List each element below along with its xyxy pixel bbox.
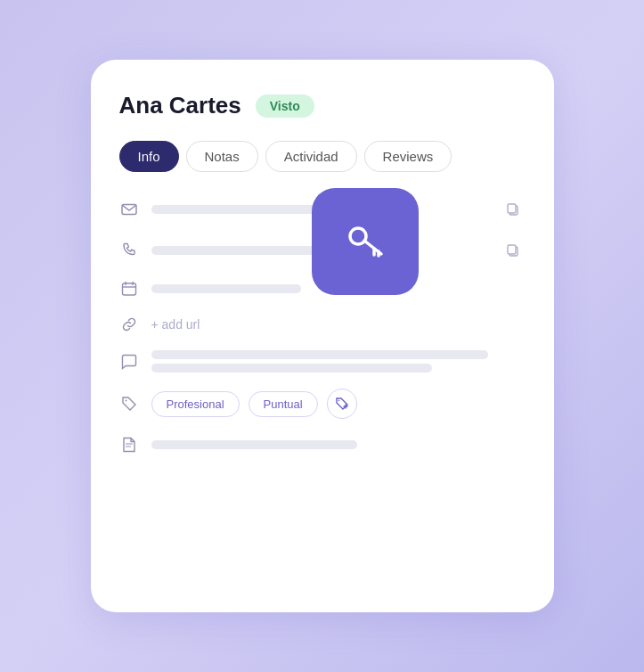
email-icon — [119, 200, 139, 219]
svg-rect-6 — [508, 204, 516, 213]
comment-line1 — [151, 350, 488, 359]
document-icon — [119, 435, 139, 455]
tab-reviews[interactable]: Reviews — [364, 141, 452, 172]
document-content — [151, 440, 526, 449]
comment-line2 — [151, 364, 432, 373]
svg-rect-8 — [508, 245, 516, 254]
svg-rect-9 — [122, 283, 135, 295]
document-row — [119, 435, 526, 455]
tag-icon — [119, 394, 139, 414]
profile-header: Ana Cartes Visto — [119, 92, 526, 119]
url-row: + add url — [119, 315, 526, 334]
status-badge: Visto — [256, 94, 314, 118]
tab-actividad[interactable]: Actividad — [265, 141, 357, 172]
phone-placeholder — [151, 246, 337, 255]
svg-point-13 — [125, 400, 126, 402]
tab-info[interactable]: Info — [119, 141, 179, 172]
url-content[interactable]: + add url — [151, 317, 526, 332]
add-url-label[interactable]: + add url — [151, 317, 526, 332]
calendar-icon — [119, 279, 139, 299]
calendar-placeholder — [151, 284, 301, 293]
tab-notas[interactable]: Notas — [186, 141, 258, 172]
tag-profesional: Profesional — [151, 391, 240, 417]
person-name: Ana Cartes — [119, 92, 241, 119]
tags-row: Profesional Puntual — [119, 389, 526, 419]
phone-icon — [119, 241, 139, 260]
add-tag-button[interactable] — [327, 389, 357, 419]
tag-puntual: Puntual — [249, 391, 318, 417]
info-content: + add url — [119, 197, 526, 455]
key-overlay — [312, 188, 419, 295]
copy-email-button[interactable] — [501, 197, 526, 222]
key-icon — [340, 217, 390, 266]
profile-card: Ana Cartes Visto Info Notas Actividad Re… — [91, 60, 554, 612]
comment-row — [119, 350, 526, 373]
svg-point-14 — [338, 400, 339, 402]
copy-phone-button[interactable] — [501, 238, 526, 263]
link-icon — [119, 315, 139, 334]
comment-icon — [119, 352, 139, 372]
tab-bar: Info Notas Actividad Reviews — [119, 141, 526, 172]
document-placeholder — [151, 440, 357, 449]
comment-content — [151, 350, 526, 373]
tags-container: Profesional Puntual — [151, 389, 357, 419]
